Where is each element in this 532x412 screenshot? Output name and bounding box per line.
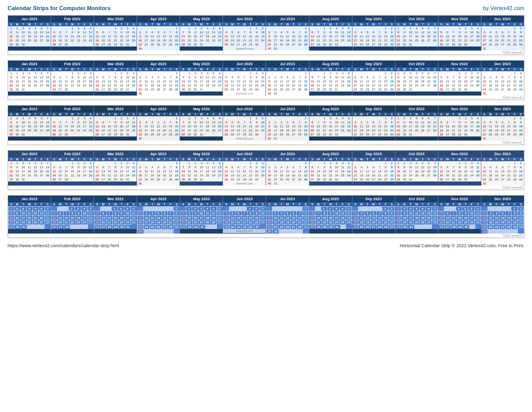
date-cell: 22 <box>395 128 402 132</box>
date-cell: 18 <box>149 38 155 42</box>
date-cell: 5 <box>94 165 100 169</box>
date-cell: 2 <box>402 207 407 211</box>
month-title: Aug 2023 <box>309 196 352 202</box>
date-cell: 14 <box>377 169 383 173</box>
date-cell: 5 <box>32 26 38 30</box>
month-title: Jun 2023 <box>223 196 265 202</box>
date-cell <box>285 26 291 30</box>
date-cell: 24 <box>352 225 358 229</box>
date-cell: 21 <box>167 128 173 132</box>
dow-cell: W <box>155 67 161 71</box>
date-cell <box>279 116 285 120</box>
date-cell: 4 <box>27 207 32 211</box>
date-cell: 15 <box>173 124 180 128</box>
date-cell <box>445 26 451 30</box>
month-title: Feb 2023 <box>51 61 94 67</box>
date-cell: 20 <box>500 83 506 87</box>
date-cell: 24 <box>469 220 474 224</box>
date-cell: 20 <box>162 220 167 224</box>
dow-cell: M <box>186 67 192 71</box>
dow-cell: M <box>14 112 20 116</box>
date-cell: 27 <box>291 132 297 136</box>
date-cell: 2 <box>137 165 143 169</box>
date-cell: 21 <box>45 124 51 128</box>
date-cell: 18 <box>414 79 420 83</box>
date-cell: 5 <box>155 75 161 79</box>
date-cell: 13 <box>309 169 316 173</box>
date-cell: 23 <box>463 128 469 132</box>
dow-cell: T <box>20 112 26 116</box>
strip-copyright: ©2022 Vertex42 <box>501 96 524 100</box>
date-cell: 26 <box>51 87 57 91</box>
date-cell <box>204 177 210 181</box>
date-cell: 30 <box>463 225 469 229</box>
date-cell: 24 <box>143 42 149 47</box>
date-cell: 16 <box>137 38 143 42</box>
date-cell: 6 <box>235 120 241 124</box>
month-title: Jun 2023 <box>223 106 265 112</box>
date-cell: 27 <box>426 38 432 42</box>
date-cell: 23 <box>463 83 469 87</box>
date-cell: 4 <box>359 75 365 79</box>
date-cell: 8 <box>383 165 389 169</box>
date-cell: 12 <box>155 34 161 38</box>
date-cell: 10 <box>334 75 340 79</box>
date-cell: 30 <box>118 42 124 47</box>
date-cell: 6 <box>291 30 297 34</box>
date-cell: 26 <box>211 220 216 224</box>
date-cell: 31 <box>272 136 278 141</box>
month-block-sep-2023: Sep 2023SMTWTFS1234567891011121314151617… <box>352 106 395 141</box>
dow-cell: W <box>198 112 204 116</box>
date-cell: 25 <box>87 83 94 87</box>
date-cell: 12 <box>210 30 216 34</box>
watermark: Vertex42.com <box>223 47 265 51</box>
date-cell: 27 <box>445 87 451 91</box>
date-cell: 16 <box>328 34 334 38</box>
date-cell: 23 <box>137 177 143 181</box>
date-cell: 10 <box>124 30 130 34</box>
date-cell: 23 <box>137 132 143 136</box>
date-cell <box>173 47 180 51</box>
date-cell: 22 <box>322 38 328 42</box>
date-cell: 30 <box>253 177 259 181</box>
dow-cell: M <box>402 202 408 206</box>
dow-cell: S <box>45 202 51 206</box>
date-cell: 6 <box>216 71 223 75</box>
date-cell: 24 <box>198 38 204 42</box>
month-title: Mar 2023 <box>94 106 137 112</box>
date-cell: 20 <box>38 34 45 38</box>
month-title: Sep 2023 <box>352 151 395 157</box>
date-cell <box>149 26 155 30</box>
date-cell: 1 <box>322 26 328 30</box>
date-cell: 29 <box>395 225 402 229</box>
date-cell: 25 <box>487 177 494 181</box>
month-title: Jul 2023 <box>266 196 308 202</box>
date-cell: 15 <box>303 124 309 128</box>
date-cell: 15 <box>395 124 402 128</box>
date-cell: 8 <box>69 165 75 169</box>
date-cell: 14 <box>451 79 457 83</box>
date-cell: 6 <box>426 161 432 165</box>
date-cell: 12 <box>365 216 370 220</box>
date-cell: 26 <box>285 132 291 136</box>
date-cell <box>143 181 149 186</box>
date-cell: 28 <box>506 177 512 181</box>
date-cell: 23 <box>328 220 333 224</box>
date-cell: 14 <box>316 169 322 173</box>
date-cell: 2 <box>118 161 124 165</box>
dow-cell: S <box>130 157 137 161</box>
date-cell: 13 <box>445 216 450 220</box>
month-title: Nov 2023 <box>438 106 481 112</box>
date-cell: 3 <box>352 75 359 79</box>
date-cell: 29 <box>322 132 328 136</box>
date-cell: 11 <box>130 120 137 124</box>
date-cell: 20 <box>291 128 297 132</box>
date-cell: 9 <box>328 165 334 169</box>
date-cell: 28 <box>45 128 51 132</box>
dow-cell: S <box>137 67 143 71</box>
date-cell: 14 <box>45 165 51 169</box>
date-cell: 28 <box>63 132 69 136</box>
date-cell: 10 <box>481 79 487 83</box>
month-block-apr-2023: Apr 2023SMTWTFS1234567891011121314151617… <box>137 16 180 51</box>
date-cell <box>149 161 155 165</box>
